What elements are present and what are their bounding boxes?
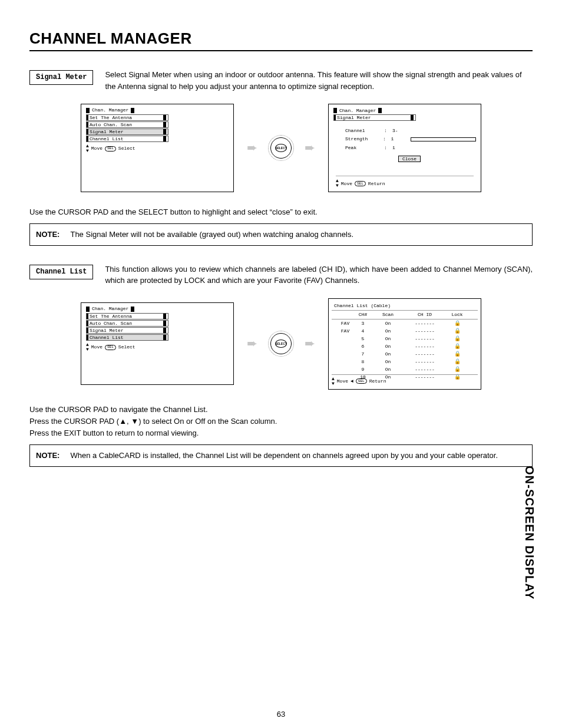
cell-scan: On: [372, 328, 404, 334]
signal-row-label: Channel: [345, 127, 384, 135]
footer-move: Move: [341, 181, 352, 186]
signal-header-text: Chan. Manager: [339, 108, 376, 113]
updown-icon: ▲▼: [332, 377, 335, 386]
menu-header-text: Chan. Manager: [92, 107, 128, 113]
sel-key-icon: SEL: [355, 181, 366, 186]
section-channel-list: Channel List This function allows you to…: [29, 263, 533, 286]
table-row[interactable]: 5On-------🔒: [332, 335, 478, 342]
tv-menu-screen-2: Chan. Manager Set The AntennaAuto Chan. …: [81, 302, 234, 385]
footer-return: Return: [368, 181, 385, 186]
close-button[interactable]: Close: [398, 156, 421, 162]
note-text-2: When a CableCARD is installed, the Chann…: [70, 450, 526, 462]
note-label: NOTE:: [36, 229, 59, 241]
para-exit2: Press the EXIT button to return to norma…: [29, 428, 533, 439]
left-arrow-icon: ◄: [351, 378, 353, 384]
footer-move: Move: [91, 146, 103, 151]
item-cap-icon: [163, 136, 166, 141]
item-cap-icon: [163, 321, 166, 326]
menu-item-label: Auto Chan. Scan: [90, 122, 132, 128]
cell-ch: 8: [354, 359, 372, 364]
menu-header-icon: [378, 108, 382, 113]
menu-header-icon: [86, 307, 90, 312]
menu-header: Chan. Manager: [86, 107, 168, 113]
colon: :: [384, 144, 392, 152]
cell-scan: On: [372, 367, 404, 372]
figure-row-2: Chan. Manager Set The AntennaAuto Chan. …: [29, 298, 533, 390]
intro-signal-meter: Select Signal Meter when using an indoor…: [105, 69, 533, 92]
colon: :: [383, 135, 391, 143]
menu-header-icon: [131, 307, 134, 312]
menu-item[interactable]: Signal Meter: [86, 327, 168, 334]
signal-sub-item: Signal Meter: [333, 114, 416, 121]
menu-item[interactable]: Channel List: [86, 334, 168, 341]
cell-chid: -------: [404, 359, 445, 364]
menu-item-label: Set The Antenna: [90, 115, 132, 121]
table-row[interactable]: 9On-------🔒: [332, 365, 478, 373]
menu-item[interactable]: Auto Chan. Scan: [86, 320, 168, 327]
item-cap-icon: [163, 122, 166, 127]
table-row[interactable]: 6On-------🔒: [332, 342, 478, 350]
menu-item-label: Channel List: [90, 136, 124, 142]
cell-scan: On: [372, 336, 404, 341]
item-cap-icon: [163, 314, 166, 319]
side-tab-label: ON-SCREEN DISPLAY: [523, 466, 536, 599]
sel-key-icon: SEL: [105, 146, 116, 151]
cell-ch: 5: [354, 336, 372, 341]
table-row[interactable]: 7On-------🔒: [332, 350, 478, 358]
cell-fav: FAV: [336, 328, 354, 334]
menu-item[interactable]: Signal Meter: [86, 129, 168, 135]
col-scan: Scan: [372, 312, 404, 317]
footer-select: Select: [118, 344, 135, 350]
signal-row-value: 3-: [392, 127, 410, 135]
menu-item[interactable]: Channel List: [86, 136, 168, 142]
select-button-graphic: SELECT: [270, 137, 292, 159]
select-button-graphic: SELECT: [270, 333, 292, 354]
menu-item[interactable]: Auto Chan. Scan: [86, 121, 168, 128]
footer-move: Move: [337, 378, 348, 384]
table-row[interactable]: FAV4On-------🔒: [332, 327, 478, 335]
note-box-1: NOTE: The Signal Meter will not be avail…: [29, 223, 533, 246]
note-box-2: NOTE: When a CableCARD is installed, the…: [29, 444, 533, 467]
label-channel-list: Channel List: [29, 265, 93, 279]
signal-meter-screen: Chan. Manager Signal Meter Channel:3-Str…: [328, 104, 481, 192]
note-text-1: The Signal Meter will not be available (…: [70, 229, 526, 241]
select-button-label: SELECT: [275, 340, 287, 348]
figure-row-1: Chan. Manager Set The AntennaAuto Chan. …: [29, 104, 533, 192]
para-exit: Use the CURSOR PAD and the SELECT button…: [29, 207, 533, 218]
signal-row: Strength:1: [345, 135, 476, 143]
menu-header: Chan. Manager: [86, 306, 168, 312]
menu-item-label: Signal Meter: [90, 328, 124, 334]
signal-row: Channel:3-: [345, 127, 476, 135]
cell-scan: On: [372, 351, 404, 357]
menu-item[interactable]: Set The Antenna: [86, 114, 168, 121]
section-signal-meter: Signal Meter Select Signal Meter when us…: [29, 69, 533, 92]
col-chid: CH ID: [404, 312, 445, 317]
arrow-right-icon: ➨: [247, 336, 257, 351]
table-row[interactable]: 8On-------🔒: [332, 358, 478, 365]
cell-chid: -------: [404, 351, 445, 357]
cell-chid: -------: [404, 367, 445, 372]
channel-list-screen: Channel List (Cable) CH# Scan CH ID Lock…: [328, 298, 481, 390]
footer-select: Select: [118, 146, 135, 151]
footer-return: Return: [369, 378, 386, 384]
item-cap-icon: [163, 115, 166, 120]
note-label: NOTE:: [36, 450, 59, 462]
col-lock: Lock: [445, 312, 469, 317]
signal-row-label: Strength: [345, 135, 383, 143]
colon: :: [384, 127, 392, 135]
menu-item[interactable]: Set The Antenna: [86, 313, 168, 319]
cell-chid: -------: [404, 336, 445, 341]
arrow-right-icon: ➨: [305, 140, 315, 156]
para-navigate: Use the CURSOR PAD to navigate the Chann…: [29, 404, 533, 415]
cell-fav: FAV: [336, 321, 354, 326]
menu-header-icon: [86, 108, 90, 113]
table-row[interactable]: FAV3On-------🔒: [332, 319, 478, 327]
cell-ch: 3: [354, 321, 372, 326]
cell-scan: On: [372, 321, 404, 326]
updown-icon: ▲▼: [86, 144, 89, 153]
footer-move: Move: [91, 344, 103, 350]
menu-footer: ▲▼ Move SEL Select: [86, 342, 168, 352]
arrow-right-icon: ➨: [247, 140, 257, 156]
menu-header-icon: [131, 108, 134, 113]
page-title: CHANNEL MANAGER: [29, 29, 533, 51]
